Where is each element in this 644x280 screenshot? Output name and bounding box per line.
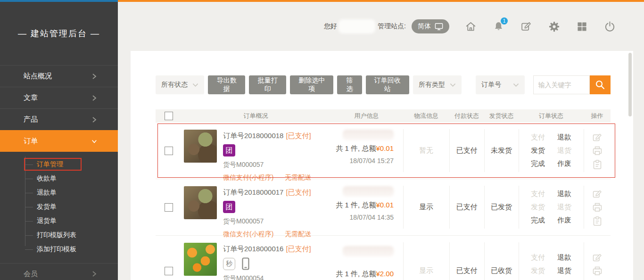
shipping-status: 已收货 bbox=[491, 266, 512, 275]
submenu-item-order-management[interactable]: 订单管理 bbox=[0, 157, 118, 172]
status-filter-value: 所有状态 bbox=[161, 81, 188, 89]
product-image bbox=[184, 130, 217, 163]
edit-icon[interactable] bbox=[592, 252, 603, 263]
submenu-item-print-template-list[interactable]: 打印模版列表 bbox=[0, 228, 118, 242]
edit-icon[interactable] bbox=[592, 132, 603, 142]
sidebar: — 建站管理后台 — 站点概况 文章 产品 订单 订单管理 收款单 退款单 发货… bbox=[0, 2, 118, 280]
sku-label: 货号M000057 bbox=[223, 161, 311, 169]
gear-icon[interactable] bbox=[548, 20, 560, 33]
home-icon[interactable] bbox=[464, 20, 477, 33]
return-link[interactable]: 退货 bbox=[557, 266, 571, 275]
chevron-right-icon bbox=[91, 73, 97, 80]
void-link[interactable]: 作废 bbox=[557, 159, 571, 168]
vertical-scrollbar[interactable] bbox=[628, 53, 632, 116]
main-content-panel: 所有状态 导出数据 批量打印 删除选中项 筛选 订单回收站 所有类型 订单号 bbox=[131, 51, 633, 280]
order-summary: 共 1 件, 总额 bbox=[336, 270, 376, 278]
complete-link[interactable]: 完成 bbox=[531, 216, 545, 225]
table-row: 订单号2018000017[已支付] 团 货号M000057 微信支付(小程序)… bbox=[156, 179, 611, 236]
export-data-button[interactable]: 导出数据 bbox=[208, 75, 245, 94]
chevron-down-icon bbox=[513, 83, 519, 87]
clipboard-icon[interactable] bbox=[592, 216, 603, 226]
select-all-checkbox[interactable] bbox=[165, 112, 173, 120]
sidebar-item-label: 订单 bbox=[24, 137, 38, 146]
search-field-dropdown[interactable]: 订单号 bbox=[476, 75, 524, 94]
order-amount: ¥2.00 bbox=[376, 270, 394, 278]
paid-tag: [已支付] bbox=[286, 132, 311, 140]
filter-button[interactable]: 筛选 bbox=[337, 75, 362, 94]
refund-link[interactable]: 退款 bbox=[557, 189, 571, 198]
logistics-status[interactable]: 显示 bbox=[419, 266, 433, 275]
complete-link[interactable]: 完成 bbox=[531, 159, 545, 168]
clipboard-icon[interactable] bbox=[592, 159, 603, 170]
batch-print-button[interactable]: 批量打印 bbox=[249, 75, 286, 94]
print-icon[interactable] bbox=[592, 146, 603, 156]
submenu-item-add-print-template[interactable]: 添加打印模板 bbox=[0, 242, 118, 256]
order-recycle-bin-button[interactable]: 订单回收站 bbox=[366, 75, 409, 94]
table-row: 订单号2018000018[已支付] 团 货号M000057 微信支付(小程序)… bbox=[156, 123, 611, 179]
order-amount: ¥0.01 bbox=[376, 144, 394, 152]
chevron-down-icon bbox=[91, 138, 97, 145]
bell-icon[interactable]: 1 bbox=[492, 20, 504, 33]
payment-status: 已支付 bbox=[456, 203, 478, 212]
sku-label: 货号M000054 bbox=[223, 274, 311, 280]
greeting-label: 您好 bbox=[324, 22, 337, 31]
header-user: 用户信息 bbox=[330, 112, 403, 120]
row-checkbox[interactable] bbox=[165, 147, 173, 155]
row-checkbox[interactable] bbox=[165, 203, 173, 212]
search-button[interactable] bbox=[590, 75, 611, 94]
group-buy-badge: 团 bbox=[223, 201, 235, 213]
power-icon[interactable] bbox=[603, 20, 616, 33]
order-summary: 共 1 件, 总额 bbox=[336, 201, 376, 209]
sidebar-item-site-overview[interactable]: 站点概况 bbox=[0, 65, 118, 87]
submenu-item-receipts[interactable]: 收款单 bbox=[0, 172, 118, 186]
void-link[interactable]: 作废 bbox=[557, 216, 571, 225]
compose-icon[interactable] bbox=[520, 20, 532, 33]
apps-icon[interactable] bbox=[576, 20, 588, 33]
order-number: 订单号2018000018 bbox=[223, 132, 283, 140]
monitor-icon bbox=[435, 23, 443, 31]
orders-table: 订单概况 用户信息 物流信息 付款状态 发货状态 订单状态 操作 订单号2018… bbox=[156, 109, 611, 280]
redacted-user-name bbox=[343, 246, 394, 256]
ship-link[interactable]: 发货 bbox=[531, 146, 545, 155]
sku-label: 货号M000057 bbox=[223, 217, 311, 226]
search-icon bbox=[594, 79, 606, 91]
language-site-button[interactable]: 简体 bbox=[412, 19, 449, 33]
submenu-item-label: 收款单 bbox=[37, 174, 57, 183]
app-title: — 建站管理后台 — bbox=[0, 2, 118, 65]
status-filter-dropdown[interactable]: 所有状态 bbox=[156, 75, 204, 94]
submenu-item-return-orders[interactable]: 退货单 bbox=[0, 214, 118, 228]
submenu-item-label: 退货单 bbox=[37, 217, 57, 225]
redacted-username bbox=[339, 20, 375, 33]
submenu-item-refund-orders[interactable]: 退款单 bbox=[0, 186, 118, 200]
header-overview: 订单概况 bbox=[182, 112, 330, 120]
delete-selected-button[interactable]: 删除选中项 bbox=[290, 75, 333, 94]
submenu-item-label: 退款单 bbox=[37, 189, 57, 197]
search-input[interactable] bbox=[533, 75, 590, 94]
sidebar-item-label: 产品 bbox=[24, 115, 38, 124]
sidebar-item-orders[interactable]: 订单 bbox=[0, 130, 118, 152]
product-image bbox=[184, 243, 217, 276]
ship-link: 发货 bbox=[531, 266, 545, 275]
order-number: 订单号2018000016 bbox=[223, 245, 283, 253]
refund-link[interactable]: 退款 bbox=[557, 133, 571, 142]
row-checkbox[interactable] bbox=[165, 267, 173, 275]
redacted-user-name bbox=[343, 130, 394, 140]
order-datetime: 18/07/04 14:35 bbox=[350, 214, 394, 221]
sidebar-item-members[interactable]: 会员 bbox=[0, 263, 118, 280]
sidebar-item-articles[interactable]: 文章 bbox=[0, 87, 118, 108]
submenu-item-shipping-orders[interactable]: 发货单 bbox=[0, 200, 118, 214]
group-buy-badge: 团 bbox=[223, 144, 235, 156]
flash-sale-badge: 秒 bbox=[223, 258, 235, 270]
submenu-item-label: 打印模版列表 bbox=[37, 231, 76, 239]
chevron-right-icon bbox=[91, 271, 97, 277]
paid-tag: [已支付] bbox=[286, 245, 311, 253]
refund-link[interactable]: 退款 bbox=[557, 253, 571, 262]
type-filter-dropdown[interactable]: 所有类型 bbox=[413, 75, 462, 94]
print-icon[interactable] bbox=[592, 266, 603, 276]
logistics-status[interactable]: 显示 bbox=[419, 203, 433, 212]
pay-link: 支付 bbox=[531, 189, 545, 198]
sidebar-item-products[interactable]: 产品 bbox=[0, 108, 118, 130]
print-icon[interactable] bbox=[592, 202, 603, 213]
edit-icon[interactable] bbox=[592, 189, 603, 199]
notification-badge: 1 bbox=[501, 17, 508, 25]
